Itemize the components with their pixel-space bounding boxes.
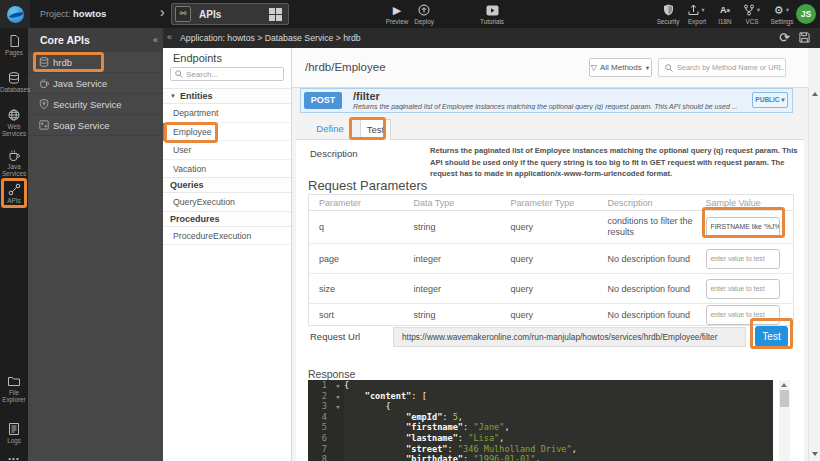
soap-icon	[39, 120, 53, 130]
code-line: 7 "street": "346 Mulholland Drive",	[308, 444, 773, 455]
methods-filter-dropdown[interactable]: ▽All Methods▼	[589, 58, 652, 77]
method-badge-post: POST	[304, 92, 342, 109]
sample-value-input-sort[interactable]: enter value to test	[706, 305, 780, 325]
endpoint-item-procedureexecution[interactable]: ProcedureExecution	[163, 227, 291, 246]
more-icon: •••	[0, 452, 28, 461]
request-url-input[interactable]: https://www.wavemakeronline.com/run-manj…	[393, 327, 746, 347]
section-queries[interactable]: Queries	[163, 177, 291, 193]
param-row-size: size integer query No description found …	[309, 274, 794, 304]
endpoint-item-employee[interactable]: Employee	[163, 123, 291, 142]
code-line: 4 "empId": 5,	[308, 412, 773, 423]
sidebar-item-java-services[interactable]: JavaServices	[0, 149, 28, 177]
settings-button[interactable]: ⚙▼Settings	[767, 4, 797, 25]
branch-icon: ▼	[738, 4, 766, 16]
response-label: Response	[308, 368, 355, 380]
scroll-up-icon[interactable]	[812, 92, 818, 96]
endpoint-item-vacation[interactable]: Vacation	[163, 160, 291, 179]
main-scrollbar[interactable]	[808, 88, 820, 461]
application-breadcrumb-bar: « Application: howtos > Database Service…	[163, 28, 820, 48]
search-icon	[665, 64, 673, 72]
deploy-button[interactable]: Deploy	[409, 4, 439, 25]
core-apis-panel: Core APIs« hrdb Java Service Security Se…	[28, 28, 163, 461]
endpoint-summary: Returns the paginated list of Employee i…	[353, 103, 753, 110]
apis-icon	[0, 183, 28, 195]
description-label: Description	[310, 148, 358, 159]
scroll-down-icon[interactable]	[812, 452, 818, 456]
api-path-title: /hrdb/Employee	[305, 61, 386, 73]
service-item-security[interactable]: Security Service	[28, 94, 163, 115]
sidebar-more-button[interactable]: •••	[0, 452, 28, 461]
sidebar-item-web-services[interactable]: WebServices	[0, 109, 28, 137]
code-line: 3 ▼ {	[308, 401, 773, 412]
section-procedures[interactable]: Procedures	[163, 211, 291, 227]
editor-scrollbar[interactable]	[779, 380, 790, 461]
endpoints-search-input[interactable]: Search...	[170, 67, 284, 81]
sidebar-item-logs[interactable]: Logs	[0, 423, 28, 444]
code-line: 1 ▼{	[308, 380, 773, 391]
param-row-sort: sort string query No description found e…	[309, 304, 794, 326]
code-line: 8 "birthdate": "1996-01-01",	[308, 454, 773, 461]
test-tab-content: Description Returns the paginated list o…	[296, 139, 804, 461]
chevron-right-icon: ›	[160, 4, 165, 20]
sidebar-item-databases[interactable]: Databases	[0, 72, 28, 93]
user-avatar[interactable]: JS	[796, 4, 816, 24]
deploy-icon	[409, 4, 439, 16]
grid-icon[interactable]	[269, 8, 282, 21]
security-button[interactable]: Security	[652, 4, 684, 25]
code-line: 5 "firstname": "Jane",	[308, 422, 773, 433]
refresh-icon[interactable]: ⟳	[779, 30, 790, 45]
sample-value-input-size[interactable]: enter value to test	[706, 279, 780, 299]
method-search-input[interactable]: Search by Method Name or URL...	[658, 58, 786, 77]
test-button[interactable]: Test	[755, 326, 788, 347]
collapse-panel-icon[interactable]: «	[167, 32, 172, 42]
wavemaker-logo[interactable]	[0, 0, 30, 28]
endpoints-title: Endpoints	[163, 48, 291, 67]
scroll-thumb[interactable]	[780, 390, 789, 407]
core-apis-title: Core APIs«	[28, 28, 163, 52]
i18n-button[interactable]: AaI18N	[712, 4, 738, 25]
preview-button[interactable]: ▶Preview	[382, 4, 412, 25]
code-line: 6 "lastname": "Lisa",	[308, 433, 773, 444]
top-bar: Project: howtos › ⚯ APIs ▶Preview Deploy…	[0, 0, 820, 28]
endpoint-item-user[interactable]: User	[163, 141, 291, 160]
tutorials-button[interactable]: Tutorials	[475, 4, 509, 25]
endpoint-item-department[interactable]: Department	[163, 104, 291, 123]
service-item-soap[interactable]: Soap Service	[28, 115, 163, 136]
sample-value-input-q[interactable]: FIRSTNAME like '%J%' a	[706, 217, 780, 237]
translate-icon: Aa	[712, 4, 738, 16]
request-parameters-title: Request Parameters	[308, 178, 427, 193]
vcs-button[interactable]: ▼VCS	[738, 4, 766, 25]
request-url-label: Request Url	[310, 331, 360, 342]
caret-down-icon: ▼	[170, 93, 176, 99]
response-editor[interactable]: 1 ▼{2 ▼ "content": [3 ▼ {4 "empId": 5,5 …	[308, 380, 773, 461]
tab-bar: Define Test	[300, 113, 793, 139]
service-item-java[interactable]: Java Service	[28, 73, 163, 94]
save-icon[interactable]	[799, 32, 810, 43]
collapse-icon[interactable]: «	[153, 28, 158, 52]
sample-value-input-page[interactable]: enter value to test	[706, 249, 780, 269]
pages-icon	[0, 35, 28, 47]
service-item-hrdb[interactable]: hrdb	[28, 52, 163, 73]
logo-icon	[7, 6, 24, 23]
scroll-up-icon[interactable]	[781, 383, 787, 387]
sidebar-item-file-explorer[interactable]: FileExplorer	[0, 375, 28, 403]
databases-icon	[0, 72, 28, 84]
param-row-q: q string query conditions to filter the …	[309, 211, 794, 244]
section-entities[interactable]: ▼Entities	[163, 88, 291, 104]
shield-icon	[39, 99, 53, 109]
tab-define[interactable]: Define	[306, 119, 354, 140]
api-icon: ⚯	[175, 6, 191, 22]
endpoint-card-post-filter[interactable]: POST /filter Returns the paginated list …	[300, 88, 793, 113]
table-header-row: Parameter Data Type Parameter Type Descr…	[309, 195, 794, 211]
project-label: Project: howtos	[40, 8, 106, 19]
endpoint-item-queryexecution[interactable]: QueryExecution	[163, 193, 291, 212]
sidebar-item-apis[interactable]: APIs	[0, 183, 28, 204]
apis-workspace-tab[interactable]: ⚯ APIs	[171, 3, 289, 25]
web-services-icon	[0, 109, 28, 121]
breadcrumb: Application: howtos > Database Service >…	[180, 33, 361, 43]
tab-test[interactable]: Test	[360, 119, 391, 140]
access-dropdown[interactable]: PUBLIC ▾	[752, 92, 788, 108]
export-button[interactable]: ▼Export	[683, 4, 711, 25]
sidebar-item-pages[interactable]: Pages	[0, 35, 28, 56]
logs-icon	[0, 423, 28, 435]
